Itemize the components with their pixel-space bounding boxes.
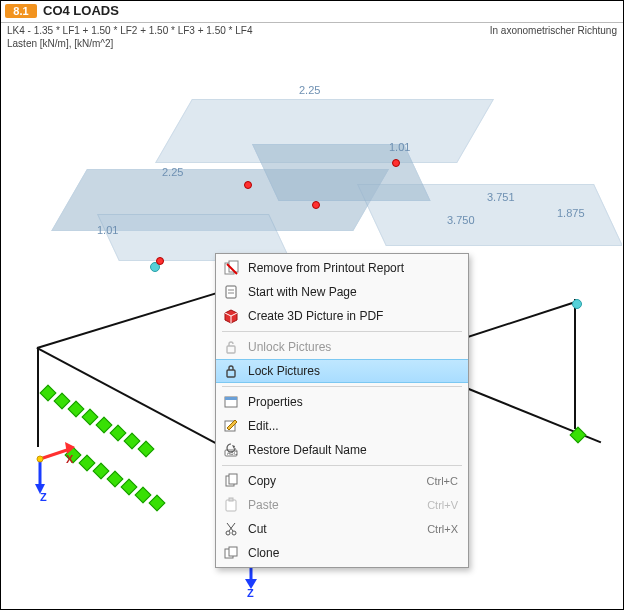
menu-unlock-pictures: Unlock Pictures — [216, 335, 468, 359]
menu-copy[interactable]: Copy Ctrl+C — [216, 469, 468, 493]
menu-clone[interactable]: Clone — [216, 541, 468, 565]
projection-label: In axonometrischer Richtung — [490, 25, 617, 36]
menu-remove-from-printout[interactable]: Remove from Printout Report — [216, 256, 468, 280]
remove-report-icon — [222, 259, 240, 277]
axis-z-label: Z — [40, 491, 47, 503]
title-bar: 8.1 CO4 LOADS — [1, 1, 623, 23]
menu-separator — [222, 386, 462, 387]
menu-cut[interactable]: Cut Ctrl+X — [216, 517, 468, 541]
info-row: LK4 - 1.35 * LF1 + 1.50 * LF2 + 1.50 * L… — [1, 23, 623, 52]
unlock-icon — [222, 338, 240, 356]
menu-properties[interactable]: Properties — [216, 390, 468, 414]
clone-icon — [222, 544, 240, 562]
axis-z2-label: Z — [247, 587, 254, 599]
svg-point-28 — [232, 531, 236, 535]
axis-x-label: X — [66, 453, 73, 465]
menu-paste: Paste Ctrl+V — [216, 493, 468, 517]
column — [574, 299, 576, 429]
app-frame: 8.1 CO4 LOADS LK4 - 1.35 * LF1 + 1.50 * … — [0, 0, 624, 610]
svg-rect-26 — [229, 498, 233, 501]
svg-point-27 — [226, 531, 230, 535]
shortcut-label: Ctrl+X — [417, 523, 458, 535]
node — [392, 159, 400, 167]
cut-icon — [222, 520, 240, 538]
node — [156, 257, 164, 265]
beam — [37, 286, 238, 349]
svg-rect-15 — [227, 346, 235, 353]
svg-point-4 — [37, 456, 43, 462]
combination-text: LK4 - 1.35 * LF1 + 1.50 * LF2 + 1.50 * L… — [7, 25, 252, 38]
load-value: 2.25 — [162, 166, 183, 178]
page-title: CO4 LOADS — [43, 3, 119, 18]
viewport-3d[interactable]: 2.25 1.01 2.25 1.01 3.751 3.750 1.875 — [2, 49, 622, 608]
load-value: 1.01 — [97, 224, 118, 236]
new-page-icon — [222, 283, 240, 301]
lock-icon — [222, 362, 240, 380]
svg-rect-25 — [226, 500, 236, 511]
node — [312, 201, 320, 209]
svg-rect-32 — [229, 547, 237, 556]
restore-name-icon: ABC — [222, 441, 240, 459]
menu-lock-pictures[interactable]: Lock Pictures — [216, 359, 468, 383]
axis-triad: X Z — [20, 429, 80, 489]
node — [572, 299, 582, 309]
shortcut-label: Ctrl+C — [417, 475, 458, 487]
copy-icon — [222, 472, 240, 490]
paste-icon — [222, 496, 240, 514]
svg-rect-16 — [227, 370, 235, 377]
menu-separator — [222, 465, 462, 466]
load-value: 1.01 — [389, 141, 410, 153]
menu-start-new-page[interactable]: Start with New Page — [216, 280, 468, 304]
load-value: 3.750 — [447, 214, 475, 226]
menu-separator — [222, 331, 462, 332]
load-value: 2.25 — [299, 84, 320, 96]
context-menu: Remove from Printout Report Start with N… — [215, 253, 469, 568]
svg-rect-18 — [225, 397, 237, 400]
load-value: 1.875 — [557, 207, 585, 219]
menu-create-3d-pdf[interactable]: Create 3D Picture in PDF — [216, 304, 468, 328]
menu-edit[interactable]: Edit... — [216, 414, 468, 438]
properties-icon — [222, 393, 240, 411]
shortcut-label: Ctrl+V — [417, 499, 458, 511]
svg-rect-24 — [229, 474, 237, 484]
section-chip: 8.1 — [5, 4, 37, 18]
cube-3d-icon — [222, 307, 240, 325]
load-value: 3.751 — [487, 191, 515, 203]
edit-icon — [222, 417, 240, 435]
menu-restore-default-name[interactable]: ABC Restore Default Name — [216, 438, 468, 462]
node — [244, 181, 252, 189]
svg-rect-10 — [226, 286, 236, 298]
